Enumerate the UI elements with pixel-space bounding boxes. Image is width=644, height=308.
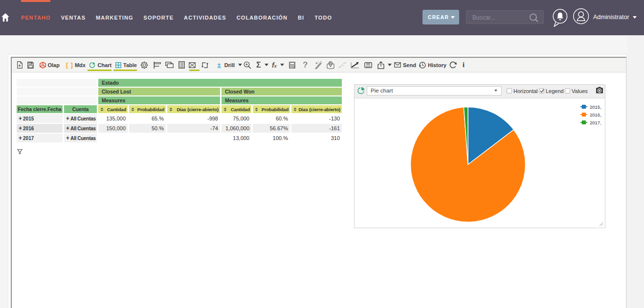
svg-text:2015,: 2015, [590, 104, 601, 110]
svg-text:2016,: 2016, [590, 112, 601, 118]
svg-text:2017,: 2017, [590, 120, 601, 125]
